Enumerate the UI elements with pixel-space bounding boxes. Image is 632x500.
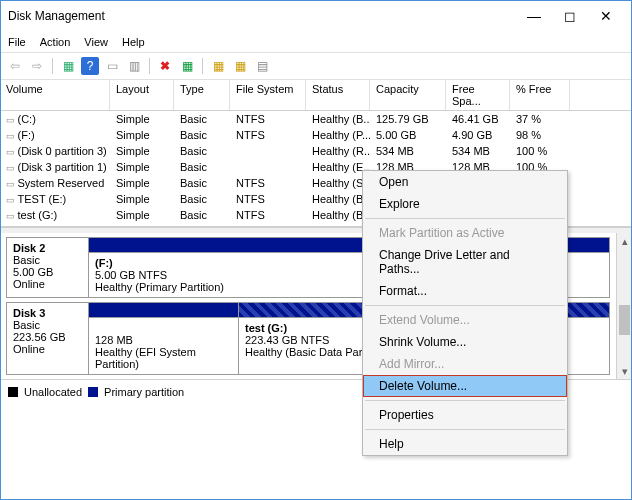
menu-view[interactable]: View bbox=[84, 36, 108, 48]
menu-file[interactable]: File bbox=[8, 36, 26, 48]
cell-status: Healthy (S... bbox=[306, 175, 370, 191]
window-title: Disk Management bbox=[8, 9, 516, 23]
cell-type: Basic bbox=[174, 191, 230, 207]
cell-fs: NTFS bbox=[230, 207, 306, 223]
legend-unallocated: Unallocated bbox=[24, 386, 82, 398]
menu-item-delete-volume[interactable]: Delete Volume... bbox=[363, 375, 567, 397]
disk3-state: Online bbox=[13, 343, 82, 355]
cell-status: Healthy (R... bbox=[306, 143, 370, 159]
cell-type: Basic bbox=[174, 175, 230, 191]
cell-layout: Simple bbox=[110, 175, 174, 191]
cell-fs bbox=[230, 159, 306, 175]
disk2-state: Online bbox=[13, 278, 82, 290]
col-status[interactable]: Status bbox=[306, 80, 370, 110]
col-type[interactable]: Type bbox=[174, 80, 230, 110]
menu-item-properties[interactable]: Properties bbox=[363, 404, 567, 426]
vertical-scrollbar[interactable]: ▴ ▾ bbox=[616, 233, 632, 379]
cell-type: Basic bbox=[174, 159, 230, 175]
back-icon[interactable]: ⇦ bbox=[6, 57, 24, 75]
close-button[interactable]: ✕ bbox=[588, 6, 624, 26]
col-volume[interactable]: Volume bbox=[0, 80, 110, 110]
legend-primary: Primary partition bbox=[104, 386, 184, 398]
menu-item-mark-partition-as-active: Mark Partition as Active bbox=[363, 222, 567, 244]
scroll-down-icon[interactable]: ▾ bbox=[617, 363, 632, 379]
help-icon[interactable]: ? bbox=[81, 57, 99, 75]
cell-capacity: 534 MB bbox=[370, 143, 446, 159]
cell-pct: 100 % bbox=[510, 143, 570, 159]
disk3-p1-line2: 128 MB bbox=[95, 334, 232, 346]
toolbar: ⇦ ⇨ ▦ ? ▭ ▥ ✖ ▦ ▦ ▦ ▤ bbox=[0, 52, 632, 80]
table-row[interactable]: (Disk 0 partition 3)SimpleBasicHealthy (… bbox=[0, 143, 632, 159]
scroll-up-icon[interactable]: ▴ bbox=[617, 233, 632, 249]
menu-separator bbox=[365, 218, 565, 219]
context-menu: OpenExploreMark Partition as ActiveChang… bbox=[362, 170, 568, 456]
menu-help[interactable]: Help bbox=[122, 36, 145, 48]
menu-item-format[interactable]: Format... bbox=[363, 280, 567, 302]
col-filesystem[interactable]: File System bbox=[230, 80, 306, 110]
cell-name: (Disk 3 partition 1) bbox=[0, 159, 110, 175]
cell-name: (Disk 0 partition 3) bbox=[0, 143, 110, 159]
cell-name: TEST (E:) bbox=[0, 191, 110, 207]
cell-free: 46.41 GB bbox=[446, 111, 510, 127]
toolbar-icon-4[interactable]: ▥ bbox=[125, 57, 143, 75]
cell-capacity: 5.00 GB bbox=[370, 127, 446, 143]
cell-status: Healthy (E... bbox=[306, 159, 370, 175]
cell-layout: Simple bbox=[110, 143, 174, 159]
cell-layout: Simple bbox=[110, 111, 174, 127]
toolbar-icon-7[interactable]: ▦ bbox=[209, 57, 227, 75]
col-free[interactable]: Free Spa... bbox=[446, 80, 510, 110]
delete-icon[interactable]: ✖ bbox=[156, 57, 174, 75]
cell-status: Healthy (P... bbox=[306, 127, 370, 143]
col-layout[interactable]: Layout bbox=[110, 80, 174, 110]
disk3-type: Basic bbox=[13, 319, 82, 331]
cell-status: Healthy (B... bbox=[306, 191, 370, 207]
cell-fs: NTFS bbox=[230, 191, 306, 207]
menu-item-shrink-volume[interactable]: Shrink Volume... bbox=[363, 331, 567, 353]
menu-separator bbox=[365, 400, 565, 401]
table-row[interactable]: (C:)SimpleBasicNTFSHealthy (B...125.79 G… bbox=[0, 111, 632, 127]
menu-separator bbox=[365, 429, 565, 430]
menu-item-change-drive-letter-and-paths[interactable]: Change Drive Letter and Paths... bbox=[363, 244, 567, 280]
menu-item-explore[interactable]: Explore bbox=[363, 193, 567, 215]
maximize-button[interactable]: ◻ bbox=[552, 6, 588, 26]
cell-name: System Reserved bbox=[0, 175, 110, 191]
cell-layout: Simple bbox=[110, 127, 174, 143]
table-row[interactable]: (F:)SimpleBasicNTFSHealthy (P...5.00 GB4… bbox=[0, 127, 632, 143]
menubar: File Action View Help bbox=[0, 32, 632, 52]
cell-type: Basic bbox=[174, 143, 230, 159]
cell-name: (F:) bbox=[0, 127, 110, 143]
menu-item-help[interactable]: Help bbox=[363, 433, 567, 455]
titlebar: Disk Management — ◻ ✕ bbox=[0, 0, 632, 32]
cell-status: Healthy (B... bbox=[306, 207, 370, 223]
toolbar-icon-9[interactable]: ▤ bbox=[253, 57, 271, 75]
minimize-button[interactable]: — bbox=[516, 6, 552, 26]
swatch-unallocated bbox=[8, 387, 18, 397]
col-pctfree[interactable]: % Free bbox=[510, 80, 570, 110]
disk-left-disk3: Disk 3 Basic 223.56 GB Online bbox=[7, 303, 89, 374]
cell-free: 534 MB bbox=[446, 143, 510, 159]
col-capacity[interactable]: Capacity bbox=[370, 80, 446, 110]
toolbar-icon-1[interactable]: ▦ bbox=[59, 57, 77, 75]
menu-action[interactable]: Action bbox=[40, 36, 71, 48]
cell-status: Healthy (B... bbox=[306, 111, 370, 127]
cell-name: (C:) bbox=[0, 111, 110, 127]
cell-layout: Simple bbox=[110, 159, 174, 175]
toolbar-icon-8[interactable]: ▦ bbox=[231, 57, 249, 75]
disk2-title: Disk 2 bbox=[13, 242, 82, 254]
scroll-thumb[interactable] bbox=[619, 305, 630, 335]
menu-item-open[interactable]: Open bbox=[363, 171, 567, 193]
forward-icon[interactable]: ⇨ bbox=[28, 57, 46, 75]
disk3-p1-bar[interactable] bbox=[89, 303, 238, 317]
toolbar-icon-3[interactable]: ▭ bbox=[103, 57, 121, 75]
cell-pct: 37 % bbox=[510, 111, 570, 127]
cell-fs bbox=[230, 143, 306, 159]
cell-fs: NTFS bbox=[230, 111, 306, 127]
cell-free: 4.90 GB bbox=[446, 127, 510, 143]
disk2-type: Basic bbox=[13, 254, 82, 266]
menu-item-add-mirror: Add Mirror... bbox=[363, 353, 567, 375]
menu-item-extend-volume: Extend Volume... bbox=[363, 309, 567, 331]
cell-type: Basic bbox=[174, 207, 230, 223]
toolbar-icon-6[interactable]: ▦ bbox=[178, 57, 196, 75]
cell-layout: Simple bbox=[110, 191, 174, 207]
disk3-p1-line3: Healthy (EFI System Partition) bbox=[95, 346, 232, 370]
